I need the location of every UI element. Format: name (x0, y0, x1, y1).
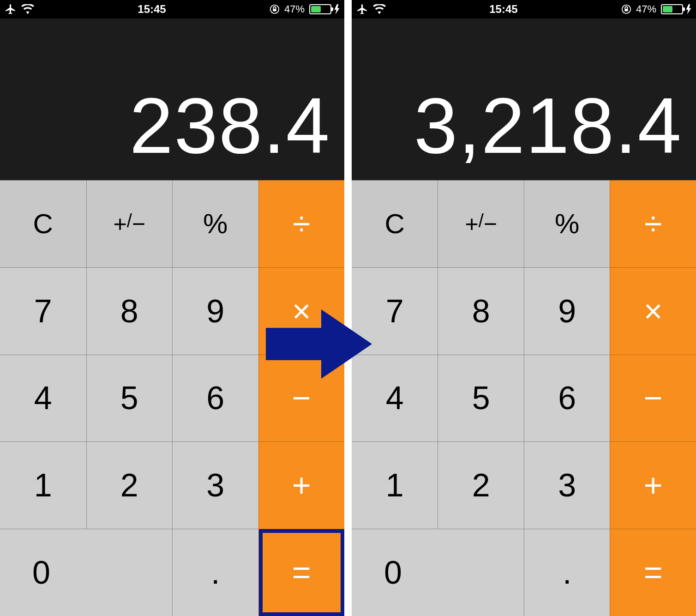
digit-0-button[interactable]: 0 (0, 529, 172, 616)
digit-4-button[interactable]: 4 (352, 355, 438, 442)
digit-3-button[interactable]: 3 (524, 441, 610, 529)
clear-button[interactable]: C (0, 180, 86, 267)
digit-8-button[interactable]: 8 (438, 267, 524, 355)
calculator-display: 3,218.4 (352, 18, 696, 180)
multiply-button[interactable]: × (258, 267, 345, 355)
orientation-lock-icon (621, 4, 631, 14)
plus-button[interactable]: + (610, 441, 696, 529)
equals-button[interactable]: = (258, 529, 345, 616)
digit-9-button[interactable]: 9 (524, 267, 610, 355)
percent-button[interactable]: % (524, 180, 610, 267)
minus-button[interactable]: − (610, 355, 696, 442)
digit-0-button[interactable]: 0 (352, 529, 524, 616)
plus-button[interactable]: + (258, 441, 345, 529)
digit-5-button[interactable]: 5 (86, 355, 173, 442)
battery-icon (661, 4, 691, 14)
airplane-mode-icon (356, 3, 368, 15)
plus-minus-button[interactable]: +/− (438, 180, 524, 267)
wifi-icon (21, 4, 34, 14)
digit-2-button[interactable]: 2 (438, 441, 524, 529)
digit-8-button[interactable]: 8 (86, 267, 173, 355)
calculator-after: 15:45 47% 3,218.4 C +/− % ÷ 7 8 9 (352, 0, 696, 616)
digit-5-button[interactable]: 5 (438, 355, 524, 442)
digit-9-button[interactable]: 9 (172, 267, 258, 355)
airplane-mode-icon (5, 3, 17, 15)
status-time: 15:45 (489, 3, 517, 16)
battery-percent: 47% (636, 3, 656, 15)
wifi-icon (373, 4, 386, 14)
plus-minus-button[interactable]: +/− (86, 180, 173, 267)
status-bar: 15:45 47% (352, 0, 696, 18)
decimal-button[interactable]: . (524, 529, 610, 616)
divide-button[interactable]: ÷ (258, 180, 345, 267)
percent-button[interactable]: % (172, 180, 258, 267)
digit-3-button[interactable]: 3 (172, 441, 258, 529)
calculator-before: 15:45 47% 238.4 C +/− % ÷ 7 8 9 (0, 0, 344, 616)
svg-rect-1 (273, 9, 276, 12)
orientation-lock-icon (270, 4, 280, 14)
clear-button[interactable]: C (352, 180, 438, 267)
battery-icon (309, 4, 340, 14)
digit-1-button[interactable]: 1 (0, 441, 86, 529)
minus-button[interactable]: − (258, 355, 345, 442)
digit-2-button[interactable]: 2 (86, 441, 173, 529)
digit-7-button[interactable]: 7 (352, 267, 438, 355)
digit-1-button[interactable]: 1 (352, 441, 438, 529)
digit-4-button[interactable]: 4 (0, 355, 86, 442)
decimal-button[interactable]: . (172, 529, 258, 616)
svg-rect-3 (624, 9, 628, 12)
keypad: C +/− % ÷ 7 8 9 × 4 5 6 − 1 2 3 + 0 . = (0, 180, 344, 616)
calculator-display: 238.4 (0, 18, 344, 180)
digit-6-button[interactable]: 6 (524, 355, 610, 442)
equals-button[interactable]: = (610, 529, 696, 616)
status-bar: 15:45 47% (0, 0, 344, 18)
multiply-button[interactable]: × (610, 267, 696, 355)
battery-percent: 47% (284, 3, 305, 15)
display-value: 3,218.4 (414, 80, 682, 171)
digit-7-button[interactable]: 7 (0, 267, 86, 355)
keypad: C +/− % ÷ 7 8 9 × 4 5 6 − 1 2 3 + 0 . = (352, 180, 696, 616)
divide-button[interactable]: ÷ (610, 180, 696, 267)
digit-6-button[interactable]: 6 (172, 355, 258, 442)
status-time: 15:45 (138, 3, 166, 16)
display-value: 238.4 (130, 80, 330, 171)
